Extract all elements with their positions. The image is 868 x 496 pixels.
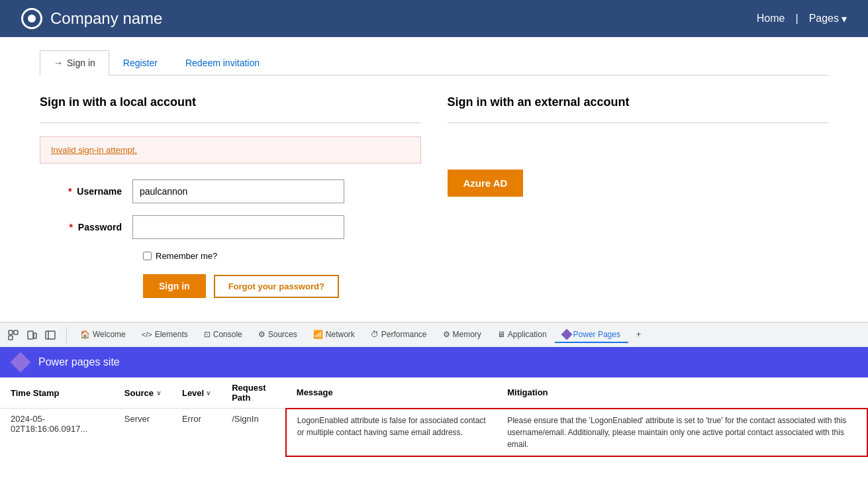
message-header: Message (297, 387, 333, 397)
username-label: * Username (40, 186, 132, 197)
tab-redeem[interactable]: Redeem invitation (171, 50, 273, 75)
devtools-tab-network[interactable]: 📶 Network (305, 327, 363, 343)
col-message: Message (286, 377, 497, 409)
password-label: * Password (40, 222, 132, 232)
performance-icon: ⏱ (371, 330, 379, 339)
tab-redeem-label: Redeem invitation (185, 58, 260, 68)
devtools-tab-plus[interactable]: + (628, 327, 649, 343)
col-level[interactable]: Level ∨ (171, 377, 221, 409)
tab-register-label: Register (123, 58, 158, 68)
memory-tab-label: Memory (453, 330, 481, 339)
table-row: 2024-05-02T18:16:06.0917...ServerError/S… (0, 409, 867, 456)
application-tab-label: Application (508, 330, 547, 339)
sources-tab-label: Sources (268, 330, 297, 339)
sidebar-icon[interactable] (42, 327, 58, 343)
source-header-group: Source ∨ (124, 388, 161, 398)
auth-tabs: → Sign in Register Redeem invitation (40, 50, 828, 75)
memory-icon: ⚙ (443, 330, 450, 339)
application-icon: 🖥 (497, 330, 505, 339)
svg-rect-1 (14, 330, 18, 334)
col-timestamp: Time Stamp (0, 377, 114, 409)
external-account-title: Sign in with an external account (448, 95, 829, 109)
log-table: Time Stamp Source ∨ Level ∨ Request Path (0, 377, 868, 457)
power-pages-panel: Power pages site (0, 347, 868, 377)
devtools-tab-elements[interactable]: </> Elements (134, 327, 196, 343)
col-request-path: Request Path (221, 377, 286, 409)
performance-tab-label: Performance (381, 330, 427, 339)
svg-rect-3 (28, 331, 33, 339)
devtools-tab-console[interactable]: ⊡ Console (196, 327, 250, 343)
forgot-password-button[interactable]: Forgot your password? (214, 275, 339, 298)
brand: Company name (21, 8, 162, 29)
power-pages-panel-icon (10, 352, 30, 372)
remember-me-checkbox[interactable] (143, 252, 152, 260)
svg-rect-0 (9, 330, 13, 334)
power-pages-tab-label: Power Pages (573, 330, 620, 339)
password-required-star: * (70, 222, 73, 232)
request-path-header: Request Path (232, 383, 265, 403)
devtools-tab-memory[interactable]: ⚙ Memory (435, 327, 489, 343)
password-input[interactable] (132, 215, 344, 239)
password-group: * Password (40, 215, 421, 239)
action-buttons: Sign in Forgot your password? (143, 274, 421, 298)
external-account-section: Sign in with an external account Azure A… (448, 95, 829, 298)
console-tab-label: Console (213, 330, 242, 339)
level-header-group: Level ∨ (182, 388, 211, 398)
cell-mitigation: Please ensure that the 'LogonEnabled' at… (497, 409, 867, 456)
username-required-star: * (68, 186, 72, 197)
devtools-tab-sources[interactable]: ⚙ Sources (250, 327, 305, 343)
signin-button[interactable]: Sign in (143, 274, 206, 298)
welcome-tab-label: Welcome (93, 330, 126, 339)
nav-links: Home | Pages ▾ (757, 13, 847, 25)
devtools-tab-welcome[interactable]: 🏠 Welcome (72, 327, 134, 343)
elements-tab-label: Elements (155, 330, 188, 339)
mitigation-header: Mitigation (507, 387, 548, 397)
tab-signin[interactable]: → Sign in (40, 50, 109, 75)
brand-name: Company name (50, 9, 162, 28)
form-layout: Sign in with a local account Invalid sig… (40, 95, 828, 298)
col-mitigation: Mitigation (497, 377, 867, 409)
home-devtools-icon: 🏠 (80, 330, 90, 339)
azure-ad-button[interactable]: Azure AD (448, 170, 524, 197)
inspect-icon[interactable] (5, 327, 21, 343)
devtools-tab-application[interactable]: 🖥 Application (489, 327, 555, 343)
remember-me-label: Remember me? (156, 251, 217, 261)
remember-row: Remember me? (143, 251, 421, 261)
power-pages-panel-title: Power pages site (38, 356, 120, 368)
source-sort-icon: ∨ (156, 389, 161, 397)
console-icon: ⊡ (204, 330, 211, 339)
device-toggle-icon[interactable] (24, 327, 40, 343)
col-source[interactable]: Source ∨ (114, 377, 171, 409)
nav-divider: | (795, 13, 798, 25)
power-pages-tab-icon (561, 328, 572, 340)
cell-source: Server (114, 409, 171, 456)
logo-icon (21, 8, 42, 29)
devtools-icon-group (5, 327, 67, 343)
home-link[interactable]: Home (757, 13, 785, 25)
cell-level: Error (171, 409, 221, 456)
username-group: * Username (40, 179, 421, 203)
error-box: Invalid sign-in attempt. (40, 136, 421, 164)
network-tab-label: Network (326, 330, 355, 339)
table-header-row: Time Stamp Source ∨ Level ∨ Request Path (0, 377, 867, 409)
cell-timestamp: 2024-05-02T18:16:06.0917... (0, 409, 114, 456)
svg-rect-4 (34, 333, 36, 338)
username-input[interactable] (132, 179, 344, 203)
signin-arrow-icon: → (54, 58, 63, 68)
pages-link[interactable]: Pages ▾ (809, 13, 847, 25)
level-header-label: Level (182, 388, 204, 398)
log-table-area: Time Stamp Source ∨ Level ∨ Request Path (0, 377, 868, 457)
tab-signin-label: Sign in (67, 58, 95, 68)
timestamp-header: Time Stamp (11, 388, 59, 398)
username-label-text: Username (77, 186, 122, 197)
pages-chevron-icon: ▾ (842, 13, 847, 25)
cell-message: LogonEnabled attribute is false for asso… (286, 409, 497, 456)
local-account-section: Sign in with a local account Invalid sig… (40, 95, 421, 298)
error-link[interactable]: Invalid sign-in attempt. (51, 145, 137, 155)
devtools-tab-performance[interactable]: ⏱ Performance (363, 327, 435, 343)
devtools-tab-power-pages[interactable]: Power Pages (555, 327, 628, 343)
tab-register[interactable]: Register (109, 50, 171, 75)
svg-rect-2 (9, 336, 13, 340)
local-account-title: Sign in with a local account (40, 95, 421, 109)
pages-link-label: Pages (809, 13, 839, 25)
